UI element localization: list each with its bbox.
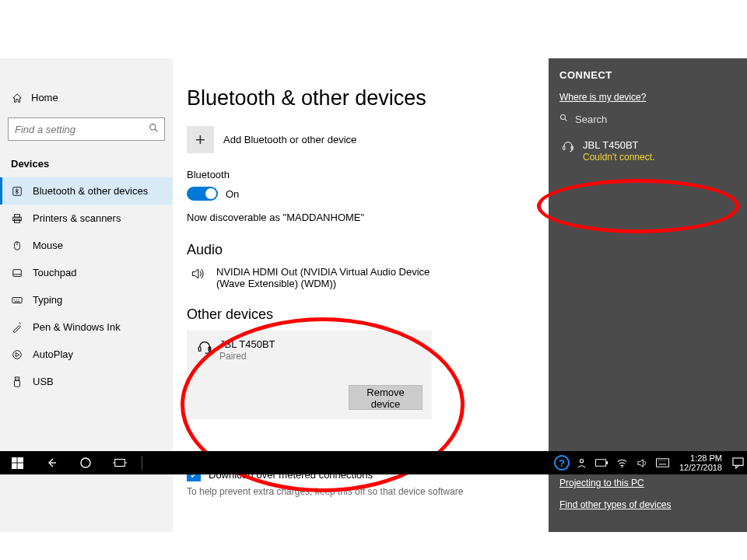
sidebar-item-label: Typing bbox=[33, 294, 62, 306]
taskbar-clock[interactable]: 1:28 PM 12/27/2018 bbox=[673, 453, 728, 472]
discoverable-text: Now discoverable as "MADDANHOME" bbox=[187, 212, 530, 223]
taskbar-divider bbox=[142, 456, 142, 470]
audio-device-name: NVIDIA HDMI Out (NVIDIA Virtual Audio De… bbox=[216, 266, 450, 289]
toggle-knob bbox=[205, 188, 216, 199]
svg-point-12 bbox=[16, 299, 17, 299]
home-icon bbox=[11, 93, 23, 103]
svg-line-24 bbox=[565, 119, 567, 121]
svg-point-13 bbox=[18, 299, 19, 299]
sidebar-item-label: Pen & Windows Ink bbox=[33, 321, 121, 333]
system-tray: ? 1:28 PM 12/27/2018 bbox=[552, 451, 747, 474]
bluetooth-label: Bluetooth bbox=[187, 169, 530, 180]
sidebar-section-heading: Devices bbox=[0, 152, 173, 177]
sidebar-item-label: USB bbox=[33, 376, 54, 387]
touchpad-icon bbox=[11, 268, 23, 278]
sidebar-item-bt[interactable]: Bluetooth & other devices bbox=[0, 177, 173, 205]
sidebar-home[interactable]: Home bbox=[0, 86, 173, 110]
action-center-button[interactable] bbox=[728, 451, 747, 474]
sidebar-search-input[interactable] bbox=[8, 117, 165, 141]
svg-rect-20 bbox=[198, 347, 201, 352]
task-view-button[interactable] bbox=[103, 451, 137, 474]
keyboard-tray-icon[interactable] bbox=[653, 451, 673, 474]
where-is-device-link[interactable]: Where is my device? bbox=[559, 92, 736, 103]
find-other-devices-link[interactable]: Find other types of devices bbox=[559, 499, 736, 510]
sidebar-items-list: Bluetooth & other devicesPrinters & scan… bbox=[0, 177, 173, 395]
sidebar-item-label: Bluetooth & other devices bbox=[33, 185, 148, 197]
svg-rect-10 bbox=[12, 297, 22, 303]
connect-device-status: Couldn't connect. bbox=[583, 152, 654, 163]
projecting-link[interactable]: Projecting to this PC bbox=[559, 478, 736, 488]
sidebar-item-typing[interactable]: Typing bbox=[0, 286, 173, 313]
mouse-icon bbox=[11, 240, 23, 251]
taskbar-date: 12/27/2018 bbox=[679, 463, 722, 472]
svg-rect-28 bbox=[17, 457, 23, 463]
connect-bottom-links: Projecting to this PC Find other types o… bbox=[559, 478, 736, 521]
svg-rect-25 bbox=[563, 146, 565, 150]
search-icon bbox=[559, 114, 569, 125]
wifi-tray-icon[interactable] bbox=[612, 451, 633, 474]
svg-point-32 bbox=[81, 458, 90, 467]
sidebar-item-label: Mouse bbox=[33, 240, 63, 251]
svg-rect-16 bbox=[15, 376, 19, 380]
autoplay-icon bbox=[11, 349, 23, 360]
svg-rect-27 bbox=[12, 457, 17, 463]
sidebar-item-pen[interactable]: Pen & Windows Ink bbox=[0, 313, 173, 341]
volume-tray-icon[interactable] bbox=[633, 451, 653, 474]
svg-rect-33 bbox=[115, 460, 125, 467]
add-device-label: Add Bluetooth or other device bbox=[223, 134, 356, 145]
svg-point-11 bbox=[14, 299, 15, 299]
battery-tray-icon[interactable] bbox=[592, 451, 612, 474]
bluetooth-toggle[interactable] bbox=[187, 187, 218, 201]
connect-search-label: Search bbox=[575, 114, 607, 125]
audio-device-row[interactable]: NVIDIA HDMI Out (NVIDIA Virtual Audio De… bbox=[187, 266, 530, 289]
start-button[interactable] bbox=[0, 451, 34, 474]
page-title: Bluetooth & other devices bbox=[187, 86, 530, 110]
people-tray-icon[interactable] bbox=[572, 451, 592, 474]
pen-icon bbox=[11, 322, 23, 333]
printer-icon bbox=[11, 213, 23, 224]
device-name: JBL T450BT bbox=[219, 338, 275, 350]
sidebar-home-label: Home bbox=[31, 92, 58, 103]
connect-title: CONNECT bbox=[559, 69, 736, 81]
sidebar-item-autoplay[interactable]: AutoPlay bbox=[0, 341, 173, 368]
add-device-button[interactable]: + Add Bluetooth or other device bbox=[187, 126, 530, 153]
speaker-icon bbox=[187, 266, 209, 289]
back-button[interactable] bbox=[34, 451, 68, 474]
sidebar-search-wrap bbox=[8, 117, 165, 141]
sidebar-item-label: AutoPlay bbox=[33, 348, 73, 360]
sidebar-item-touchpad[interactable]: Touchpad bbox=[0, 259, 173, 286]
device-status: Paired bbox=[219, 351, 275, 362]
svg-rect-46 bbox=[732, 457, 742, 464]
connect-device-item[interactable]: JBL T450BT Couldn't connect. bbox=[559, 139, 736, 163]
svg-point-23 bbox=[561, 115, 566, 120]
help-tray-icon[interactable]: ? bbox=[552, 451, 572, 474]
svg-rect-37 bbox=[596, 460, 606, 467]
plus-icon: + bbox=[187, 126, 214, 153]
svg-point-15 bbox=[13, 350, 22, 359]
svg-point-36 bbox=[580, 459, 584, 462]
usb-icon bbox=[11, 376, 23, 387]
sidebar-item-printer[interactable]: Printers & scanners bbox=[0, 205, 173, 232]
metered-help-text: To help prevent extra charges, keep this… bbox=[187, 486, 530, 497]
bt-icon bbox=[11, 186, 23, 197]
remove-device-button[interactable]: Remove device bbox=[349, 385, 423, 410]
headset-icon bbox=[559, 139, 577, 153]
sidebar-item-label: Touchpad bbox=[33, 267, 76, 278]
svg-rect-30 bbox=[17, 463, 23, 469]
sidebar-item-label: Printers & scanners bbox=[33, 212, 121, 224]
cortana-button[interactable] bbox=[68, 451, 103, 474]
svg-rect-17 bbox=[15, 380, 20, 387]
audio-section-heading: Audio bbox=[187, 242, 530, 258]
sidebar-item-mouse[interactable]: Mouse bbox=[0, 232, 173, 259]
svg-rect-3 bbox=[15, 214, 20, 217]
bluetooth-toggle-row: On bbox=[187, 187, 530, 201]
headset-icon bbox=[196, 338, 219, 362]
connect-device-name: JBL T450BT bbox=[583, 139, 654, 151]
sidebar-item-usb[interactable]: USB bbox=[0, 368, 173, 395]
typing-icon bbox=[11, 295, 23, 306]
svg-rect-8 bbox=[13, 269, 22, 276]
taskbar-time: 1:28 PM bbox=[679, 453, 722, 463]
other-device-card[interactable]: JBL T450BT Paired Remove device bbox=[187, 331, 432, 419]
bluetooth-state: On bbox=[226, 188, 239, 200]
svg-point-39 bbox=[622, 466, 623, 467]
